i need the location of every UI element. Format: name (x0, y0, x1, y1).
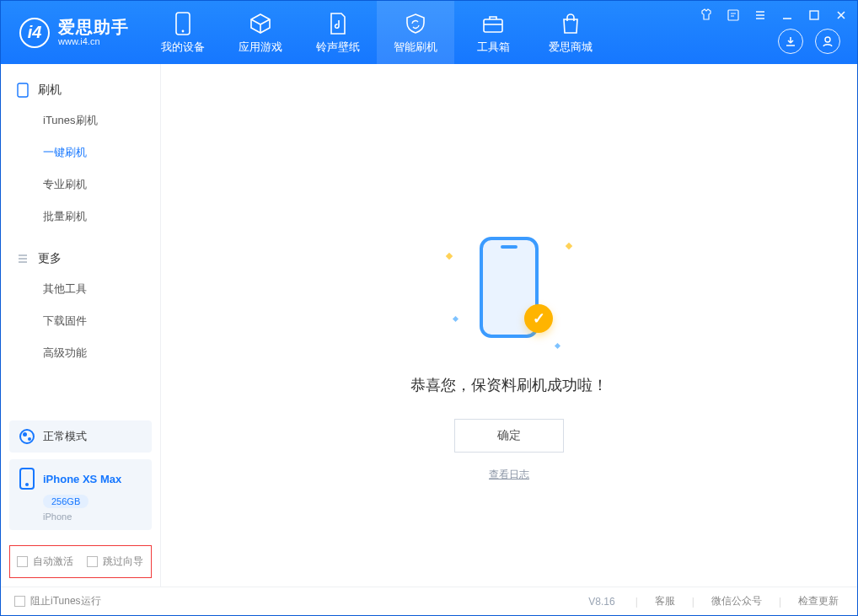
flash-options-highlight: 自动激活 跳过向导 (9, 545, 152, 578)
success-message: 恭喜您，保资料刷机成功啦！ (410, 375, 608, 395)
tab-label: 智能刷机 (394, 40, 437, 55)
sidebar-item-other-tools[interactable]: 其他工具 (1, 273, 160, 305)
tab-my-device[interactable]: 我的设备 (144, 1, 222, 64)
checkbox-icon (87, 556, 98, 567)
mode-card[interactable]: 正常模式 (9, 420, 152, 453)
music-file-icon (325, 11, 351, 36)
menu-icon[interactable] (751, 6, 770, 24)
mode-icon (19, 429, 35, 444)
sparkle-icon (446, 253, 453, 260)
download-manager-button[interactable] (778, 29, 803, 54)
brand-logo-icon: i4 (19, 18, 50, 48)
device-capacity: 256GB (43, 495, 88, 508)
feedback-icon[interactable] (724, 6, 743, 24)
sidebar-group-more: 更多 (1, 244, 160, 273)
sidebar-item-advanced[interactable]: 高级功能 (1, 337, 160, 369)
tab-label: 我的设备 (161, 40, 205, 55)
nav-tabs: 我的设备 应用游戏 铃声壁纸 智能刷机 工具箱 爱思商城 (144, 1, 609, 64)
success-illustration: ✓ (442, 220, 576, 355)
ok-button[interactable]: 确定 (454, 419, 564, 453)
checkbox-icon (14, 596, 25, 607)
sidebar: 刷机 iTunes刷机 一键刷机 专业刷机 批量刷机 更多 其他工具 下载固件 … (1, 64, 161, 587)
sidebar-item-itunes-flash[interactable]: iTunes刷机 (1, 104, 160, 137)
body: 刷机 iTunes刷机 一键刷机 专业刷机 批量刷机 更多 其他工具 下载固件 … (1, 64, 857, 587)
brand-title: 爱思助手 (58, 18, 129, 36)
sidebar-group-label: 更多 (38, 251, 62, 266)
svg-rect-2 (484, 19, 502, 32)
device-icon (19, 468, 35, 490)
account-button[interactable] (815, 29, 840, 54)
mode-label: 正常模式 (43, 429, 87, 444)
briefcase-icon (480, 11, 506, 36)
skin-icon[interactable] (697, 6, 716, 24)
tab-label: 爱思商城 (549, 40, 593, 55)
main-content: ✓ 恭喜您，保资料刷机成功啦！ 确定 查看日志 (161, 64, 857, 587)
wechat-link[interactable]: 微信公众号 (706, 594, 767, 608)
view-log-link[interactable]: 查看日志 (489, 468, 529, 482)
cube-icon (248, 11, 273, 36)
checkbox-icon (17, 556, 28, 567)
svg-rect-4 (810, 11, 818, 19)
check-badge-icon: ✓ (524, 304, 553, 333)
sidebar-item-batch-flash[interactable]: 批量刷机 (1, 201, 160, 233)
skip-guide-checkbox[interactable]: 跳过向导 (87, 554, 143, 569)
tab-ringtones[interactable]: 铃声壁纸 (299, 1, 377, 64)
sparkle-icon (555, 343, 560, 349)
status-cards: 正常模式 iPhone XS Max 256GB iPhone (1, 412, 160, 538)
list-icon (16, 252, 29, 265)
device-card[interactable]: iPhone XS Max 256GB iPhone (9, 459, 152, 530)
sidebar-item-oneclick-flash[interactable]: 一键刷机 (1, 137, 160, 169)
phone-icon (170, 11, 196, 36)
version-label: V8.16 (588, 596, 614, 608)
svg-rect-6 (18, 83, 28, 97)
device-type: iPhone (43, 512, 142, 522)
minimize-button[interactable] (778, 6, 796, 24)
auto-activate-checkbox[interactable]: 自动激活 (17, 554, 73, 569)
sparkle-icon (453, 316, 458, 322)
app-window: i4 爱思助手 www.i4.cn 我的设备 应用游戏 铃声壁纸 智能刷机 (0, 0, 858, 616)
phone-outline-icon (16, 83, 29, 97)
sidebar-group-flash: 刷机 (1, 76, 160, 104)
maximize-button[interactable] (805, 6, 823, 24)
tab-apps[interactable]: 应用游戏 (222, 1, 299, 64)
titlebar-action-circles (778, 29, 840, 54)
checkbox-label: 自动激活 (33, 554, 73, 569)
tab-label: 应用游戏 (239, 40, 282, 55)
device-name: iPhone XS Max (43, 473, 121, 485)
svg-point-5 (825, 37, 830, 42)
svg-point-1 (182, 29, 185, 32)
close-button[interactable] (832, 6, 850, 24)
bag-icon (558, 11, 583, 36)
checkbox-label: 阻止iTunes运行 (30, 594, 101, 608)
brand-subtitle: www.i4.cn (58, 36, 129, 46)
tab-store[interactable]: 爱思商城 (532, 1, 609, 64)
sidebar-group-label: 刷机 (38, 83, 62, 98)
tab-label: 铃声壁纸 (316, 40, 360, 55)
sparkle-icon (566, 243, 572, 249)
checkbox-label: 跳过向导 (103, 554, 143, 569)
refresh-shield-icon (403, 11, 428, 36)
tab-label: 工具箱 (477, 40, 510, 55)
tab-smart-flash[interactable]: 智能刷机 (377, 1, 454, 64)
window-controls (697, 6, 850, 24)
brand: i4 爱思助手 www.i4.cn (1, 1, 144, 64)
sidebar-item-pro-flash[interactable]: 专业刷机 (1, 169, 160, 201)
footer: 阻止iTunes运行 V8.16 | 客服 | 微信公众号 | 检查更新 (1, 587, 857, 615)
check-update-link[interactable]: 检查更新 (793, 594, 844, 608)
svg-rect-3 (728, 10, 738, 20)
sidebar-item-download-firmware[interactable]: 下载固件 (1, 305, 160, 337)
titlebar: i4 爱思助手 www.i4.cn 我的设备 应用游戏 铃声壁纸 智能刷机 (1, 1, 857, 64)
support-link[interactable]: 客服 (650, 594, 680, 608)
block-itunes-checkbox[interactable]: 阻止iTunes运行 (14, 594, 101, 608)
tab-toolbox[interactable]: 工具箱 (454, 1, 532, 64)
